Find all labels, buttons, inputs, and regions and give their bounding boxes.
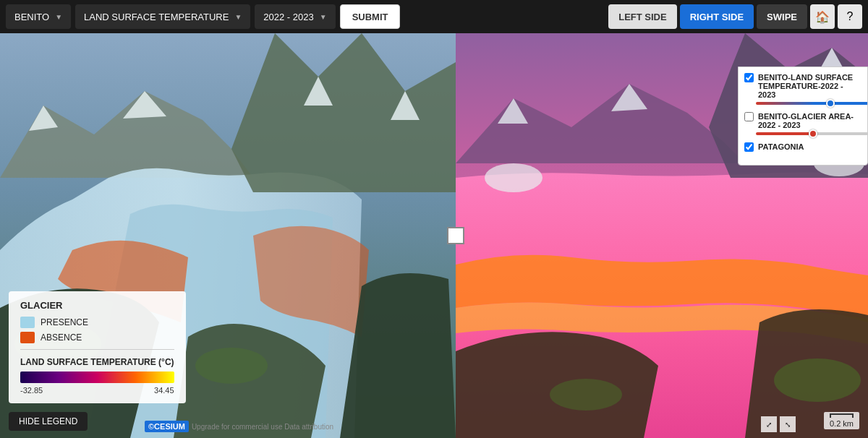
panel-item-2-slider[interactable] (756, 132, 868, 135)
home-button[interactable]: 🏠 (810, 4, 835, 29)
absence-label: ABSENCE (41, 332, 82, 343)
toolbar: BENITO ▼ LAND SURFACE TEMPERATURE ▼ 2022… (0, 0, 868, 33)
panel-item-3-label: PATAGONIA (758, 142, 804, 151)
lst-gradient (20, 372, 174, 383)
legend-range: -32.85 34.45 (20, 386, 174, 395)
presence-label: PRESENCE (41, 317, 88, 327)
panel-item-1-thumb (826, 99, 835, 108)
location-dropdown[interactable]: BENITO ▼ (6, 4, 71, 29)
presence-item: PRESENCE (20, 317, 174, 328)
location-label: BENITO (14, 12, 49, 22)
panel-item-1-label: BENITO-LAND SURFACE TEMPERATURE-2022 - 2… (758, 73, 861, 99)
expand-button-1[interactable]: ⤢ (761, 416, 777, 432)
map-container: BENITO-LAND SURFACE TEMPERATURE-2022 - 2… (0, 33, 868, 438)
chevron-down-icon: ▼ (320, 13, 327, 21)
glacier-legend-title: GLACIER (20, 300, 174, 311)
expand-button-2[interactable]: ⤡ (780, 416, 796, 432)
swipe-button[interactable]: SWIPE (757, 4, 807, 29)
panel-item-2-row: BENITO-GLACIER AREA-2022 - 2023 (744, 112, 861, 129)
legend-min-value: -32.85 (20, 386, 43, 395)
year-dropdown[interactable]: 2022 - 2023 ▼ (255, 4, 335, 29)
cesium-logo-mark: ©CESIUM (145, 421, 189, 432)
chevron-down-icon: ▼ (234, 13, 242, 21)
expand-icons: ⤢ ⤡ (761, 416, 796, 432)
cesium-attribution: Upgrade for commercial use Data attribut… (192, 423, 333, 431)
swipe-divider[interactable] (447, 227, 464, 244)
svg-point-18 (485, 163, 542, 192)
toolbar-left: BENITO ▼ LAND SURFACE TEMPERATURE ▼ 2022… (6, 4, 604, 29)
svg-point-16 (774, 358, 861, 402)
legend-max-value: 34.45 (154, 386, 174, 395)
legend-box: GLACIER PRESENCE ABSENCE LAND SURFACE TE… (9, 291, 186, 403)
legend-divider (20, 349, 174, 350)
scale-distance-label: 0.2 km (830, 419, 854, 428)
left-side-button[interactable]: LEFT SIDE (608, 4, 676, 29)
panel-item-3-row: PATAGONIA (744, 142, 861, 152)
panel-item-3-checkbox[interactable] (744, 142, 754, 152)
lst-legend-title: LAND SURFACE TEMPERATURE (°C) (20, 357, 174, 367)
chevron-down-icon: ▼ (55, 13, 62, 21)
right-panel: BENITO-LAND SURFACE TEMPERATURE-2022 - 2… (738, 66, 868, 166)
panel-item-1-row: BENITO-LAND SURFACE TEMPERATURE-2022 - 2… (744, 73, 861, 99)
svg-point-17 (550, 379, 622, 411)
right-map[interactable]: BENITO-LAND SURFACE TEMPERATURE-2022 - 2… (456, 33, 868, 438)
cesium-logo: ©CESIUM Upgrade for commercial use Data … (145, 421, 333, 432)
absence-color (20, 332, 35, 343)
panel-item-3: PATAGONIA (744, 142, 861, 152)
submit-button[interactable]: SUBMIT (340, 4, 401, 29)
absence-item: ABSENCE (20, 332, 174, 343)
right-side-button[interactable]: RIGHT SIDE (680, 4, 754, 29)
panel-item-2-label: BENITO-GLACIER AREA-2022 - 2023 (758, 112, 861, 129)
panel-item-2-checkbox[interactable] (744, 112, 754, 121)
hide-legend-button[interactable]: HIDE LEGEND (9, 412, 88, 431)
svg-point-8 (195, 348, 268, 384)
panel-item-1-slider[interactable] (756, 102, 868, 105)
help-button[interactable]: ? (838, 4, 862, 29)
scale-bar: 0.2 km (824, 412, 859, 429)
panel-item-1: BENITO-LAND SURFACE TEMPERATURE-2022 - 2… (744, 73, 861, 105)
toolbar-right: LEFT SIDE RIGHT SIDE SWIPE 🏠 ? (608, 4, 862, 29)
presence-color (20, 317, 35, 328)
panel-item-2: BENITO-GLACIER AREA-2022 - 2023 (744, 112, 861, 135)
panel-item-2-thumb (809, 129, 817, 138)
layer-dropdown[interactable]: LAND SURFACE TEMPERATURE ▼ (75, 4, 250, 29)
layer-label: LAND SURFACE TEMPERATURE (84, 12, 229, 22)
year-label: 2022 - 2023 (263, 12, 313, 22)
panel-item-1-checkbox[interactable] (744, 73, 754, 82)
